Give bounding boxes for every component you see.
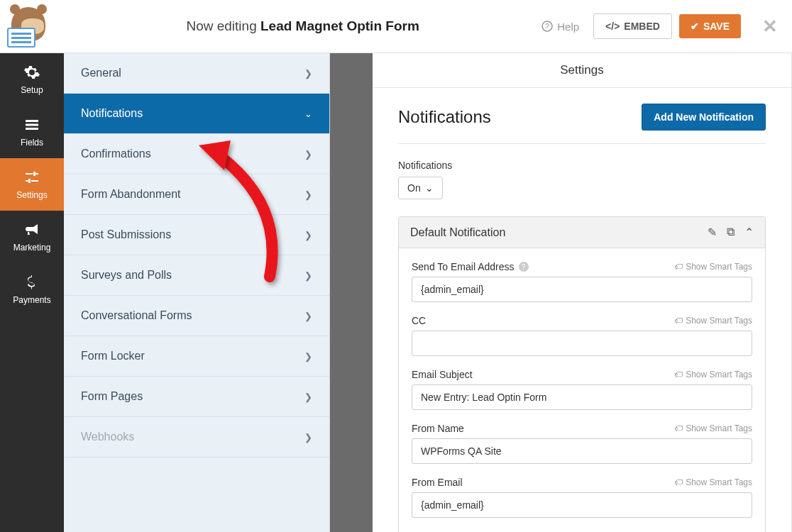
- svg-rect-2: [26, 120, 38, 122]
- chevron-right-icon: ❯: [304, 270, 312, 281]
- chevron-right-icon: ❯: [304, 68, 312, 79]
- sidebar-item-form-pages[interactable]: Form Pages❯: [64, 377, 329, 417]
- chevron-down-icon: ⌄: [425, 182, 434, 194]
- close-icon[interactable]: ✕: [762, 16, 778, 38]
- chevron-right-icon: ❯: [304, 189, 312, 200]
- from-email-input[interactable]: [412, 492, 752, 518]
- svg-rect-4: [26, 128, 38, 130]
- code-icon: </>: [605, 21, 620, 32]
- list-icon: [23, 116, 40, 133]
- from-name-input[interactable]: [412, 438, 752, 464]
- embed-button[interactable]: </> EMBED: [593, 13, 672, 39]
- subject-label: Email Subject: [412, 369, 473, 380]
- duplicate-icon[interactable]: ⧉: [727, 226, 735, 239]
- notification-panel: Default Notification ✎ ⧉ ⌃ Send To Email…: [398, 216, 766, 532]
- from-name-label: From Name: [412, 423, 464, 434]
- chevron-right-icon: ❯: [304, 351, 312, 362]
- help-link[interactable]: ? Help: [541, 21, 579, 33]
- collapse-icon[interactable]: ⌃: [744, 226, 754, 239]
- sidebar-item-form-locker[interactable]: Form Locker❯: [64, 336, 329, 377]
- sidebar-item-general[interactable]: General❯: [64, 53, 329, 94]
- bullhorn-icon: [23, 221, 40, 238]
- cc-input[interactable]: [412, 331, 752, 356]
- chevron-right-icon: ❯: [304, 149, 312, 160]
- nav-payments[interactable]: Payments: [0, 263, 64, 316]
- content-header: Settings: [373, 53, 791, 88]
- send-to-input[interactable]: [412, 277, 752, 302]
- sliders-icon: [23, 169, 40, 186]
- save-button[interactable]: ✔ SAVE: [679, 14, 741, 38]
- edit-icon[interactable]: ✎: [708, 226, 717, 239]
- nav-settings[interactable]: Settings: [0, 158, 64, 211]
- subject-input[interactable]: [412, 384, 752, 410]
- smart-tags-link[interactable]: 🏷Show Smart Tags: [674, 423, 752, 433]
- send-to-label: Send To Email Address?: [412, 261, 529, 272]
- svg-text:?: ?: [545, 22, 549, 31]
- sidebar-item-form-abandonment[interactable]: Form Abandonment❯: [64, 174, 329, 215]
- content-area: Settings Notifications Add New Notificat…: [373, 53, 792, 532]
- sidebar-item-confirmations[interactable]: Confirmations❯: [64, 134, 329, 174]
- settings-sidebar: General❯ Notifications⌄ Confirmations❯ F…: [64, 53, 330, 532]
- help-icon[interactable]: ?: [519, 262, 529, 272]
- page-title: Notifications: [398, 107, 491, 127]
- gear-icon: [23, 64, 40, 81]
- panel-title: Default Notification: [410, 226, 505, 239]
- nav-fields[interactable]: Fields: [0, 106, 64, 158]
- smart-tags-link[interactable]: 🏷Show Smart Tags: [674, 477, 752, 487]
- svg-rect-3: [26, 124, 38, 126]
- tag-icon: 🏷: [674, 262, 683, 272]
- chevron-right-icon: ❯: [304, 311, 312, 321]
- add-new-notification-button[interactable]: Add New Notification: [642, 104, 766, 131]
- topbar: Now editing Lead Magnet Optin Form ? Hel…: [0, 0, 792, 53]
- nav-setup[interactable]: Setup: [0, 53, 64, 106]
- check-icon: ✔: [691, 21, 699, 32]
- nav-marketing[interactable]: Marketing: [0, 211, 64, 263]
- dollar-icon: [23, 274, 40, 291]
- smart-tags-link[interactable]: 🏷Show Smart Tags: [674, 262, 752, 272]
- sidebar-item-conversational-forms[interactable]: Conversational Forms❯: [64, 296, 329, 336]
- left-nav: Setup Fields Settings Marketing Payments: [0, 53, 64, 532]
- editing-title: Now editing Lead Magnet Optin Form: [64, 18, 541, 34]
- smart-tags-link[interactable]: 🏷Show Smart Tags: [674, 370, 752, 379]
- chevron-down-icon: ⌄: [304, 109, 312, 119]
- chevron-right-icon: ❯: [304, 230, 312, 240]
- notifications-toggle-label: Notifications: [398, 160, 766, 171]
- chevron-right-icon: ❯: [304, 392, 312, 402]
- smart-tags-link[interactable]: 🏷Show Smart Tags: [674, 316, 752, 326]
- chevron-right-icon: ❯: [304, 432, 312, 443]
- notifications-toggle[interactable]: On ⌄: [398, 177, 443, 199]
- sidebar-item-notifications[interactable]: Notifications⌄: [64, 94, 329, 134]
- sidebar-item-surveys-polls[interactable]: Surveys and Polls❯: [64, 255, 329, 296]
- from-email-label: From Email: [412, 477, 463, 488]
- tag-icon: 🏷: [674, 370, 683, 379]
- wpforms-logo[interactable]: [7, 7, 50, 46]
- sidebar-item-webhooks[interactable]: Webhooks❯: [64, 417, 329, 458]
- cc-label: CC: [412, 315, 426, 326]
- tag-icon: 🏷: [674, 477, 683, 487]
- tag-icon: 🏷: [674, 316, 683, 326]
- preview-gutter: [330, 53, 373, 532]
- sidebar-item-post-submissions[interactable]: Post Submissions❯: [64, 215, 329, 255]
- tag-icon: 🏷: [674, 423, 683, 433]
